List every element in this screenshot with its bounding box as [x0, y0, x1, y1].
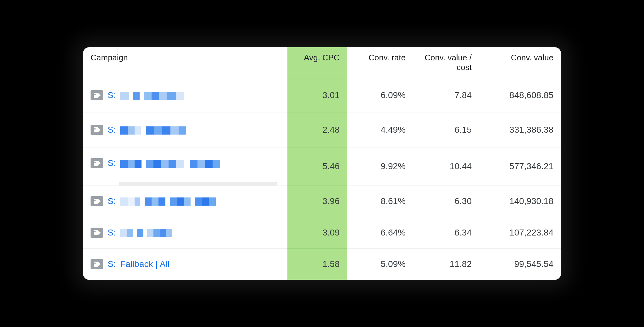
table-row: S: 5.46 9.92% 10.44 577,346.21 [83, 147, 561, 186]
redacted-text [120, 197, 240, 206]
table-row: S: 3.01 6.09% 7.84 848,608.85 [83, 78, 561, 113]
svg-point-1 [94, 128, 96, 130]
table-row: S: 3.09 6.64% 6.34 107,223.84 [83, 217, 561, 248]
campaign-prefix: S: [108, 196, 116, 206]
campaign-prefix: S: [108, 259, 116, 269]
cell-conv-value: 107,223.84 [479, 217, 561, 248]
col-header-conv-value-cost[interactable]: Conv. value / cost [413, 47, 479, 78]
cell-conv-rate: 9.92% [347, 147, 413, 186]
col-header-conv-value[interactable]: Conv. value [479, 47, 561, 78]
redacted-text [120, 126, 196, 135]
tag-icon [91, 90, 103, 100]
tag-icon [91, 196, 103, 206]
tag-icon [91, 228, 103, 238]
cell-conv-value: 577,346.21 [479, 147, 561, 186]
cell-conv-value-cost: 11.82 [413, 248, 479, 280]
col-header-avg-cpc[interactable]: Avg. CPC [287, 47, 347, 78]
cell-campaign: S: [83, 78, 287, 113]
table-row: S: Fallback | All 1.58 5.09% 11.82 99,54… [83, 248, 561, 280]
campaign-name: Fallback | All [120, 259, 169, 269]
cell-conv-value-cost: 6.30 [413, 186, 479, 217]
cell-conv-rate: 4.49% [347, 113, 413, 147]
svg-point-2 [94, 162, 96, 163]
svg-point-4 [94, 231, 96, 232]
campaign-table: Campaign Avg. CPC Conv. rate Conv. value… [83, 47, 561, 280]
cell-conv-rate: 6.09% [347, 78, 413, 113]
cell-avg-cpc: 5.46 [287, 147, 347, 186]
cell-avg-cpc: 2.48 [287, 113, 347, 147]
cell-campaign: S: [83, 147, 287, 186]
cell-conv-rate: 5.09% [347, 248, 413, 280]
campaign-link[interactable]: S: [108, 90, 189, 101]
cell-conv-rate: 8.61% [347, 186, 413, 217]
cell-avg-cpc: 1.58 [287, 248, 347, 280]
cell-avg-cpc: 3.96 [287, 186, 347, 217]
table-row: S: 2.48 4.49% 6.15 331,386.38 [83, 113, 561, 147]
cell-conv-value-cost: 7.84 [413, 78, 479, 113]
cell-conv-value-cost: 6.34 [413, 217, 479, 248]
cell-conv-value-cost: 10.44 [413, 147, 479, 186]
redacted-text [120, 228, 186, 238]
cell-conv-rate: 6.64% [347, 217, 413, 248]
campaign-link[interactable]: S: [108, 125, 196, 135]
svg-point-5 [94, 263, 96, 264]
cell-conv-value: 848,608.85 [479, 78, 561, 113]
col-header-campaign[interactable]: Campaign [83, 47, 287, 78]
cell-campaign: S: [83, 113, 287, 147]
redacted-text [120, 91, 189, 101]
campaign-prefix: S: [108, 125, 116, 135]
tag-icon [91, 158, 103, 168]
campaign-table-card: Campaign Avg. CPC Conv. rate Conv. value… [83, 47, 561, 280]
cell-conv-value: 140,930.18 [479, 186, 561, 217]
tag-icon [91, 259, 103, 269]
svg-point-3 [94, 200, 96, 201]
table-row: S: 3.96 8.61% 6.30 140,930.18 [83, 186, 561, 217]
table-header-row: Campaign Avg. CPC Conv. rate Conv. value… [83, 47, 561, 78]
campaign-link[interactable]: S: Fallback | All [108, 259, 169, 269]
svg-point-0 [94, 94, 96, 95]
campaign-prefix: S: [108, 228, 116, 237]
tag-icon [91, 125, 103, 135]
cell-campaign: S: Fallback | All [83, 248, 287, 280]
campaign-link[interactable]: S: [108, 228, 186, 238]
cell-conv-value: 331,386.38 [479, 113, 561, 147]
campaign-prefix: S: [108, 90, 116, 100]
col-header-conv-rate[interactable]: Conv. rate [347, 47, 413, 78]
cell-campaign: S: [83, 186, 287, 217]
cell-conv-value-cost: 6.15 [413, 113, 479, 147]
campaign-link[interactable]: S: [108, 158, 246, 169]
cell-avg-cpc: 3.01 [287, 78, 347, 113]
sub-metric-bar [119, 182, 277, 186]
cell-campaign: S: [83, 217, 287, 248]
redacted-text [120, 159, 246, 169]
cell-conv-value: 99,545.54 [479, 248, 561, 280]
campaign-prefix: S: [108, 158, 116, 168]
cell-avg-cpc: 3.09 [287, 217, 347, 248]
campaign-link[interactable]: S: [108, 196, 240, 207]
